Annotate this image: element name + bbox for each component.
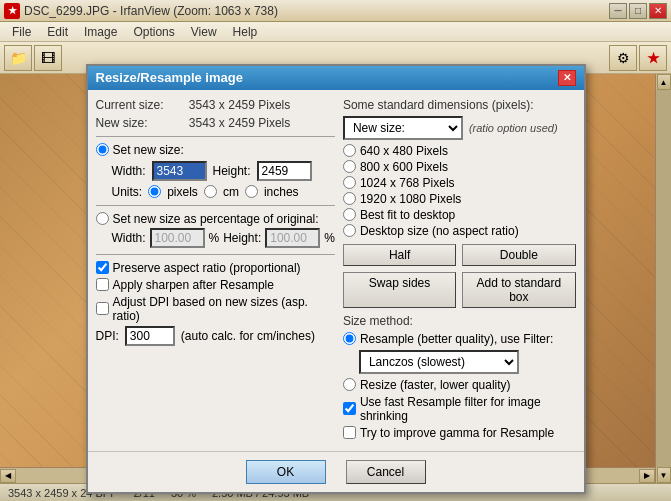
apply-sharpen-checkbox[interactable] xyxy=(96,278,109,291)
add-to-standard-box-button[interactable]: Add to standard box xyxy=(462,272,575,308)
dpi-row: DPI: (auto calc. for cm/inches) xyxy=(96,326,335,346)
pct-sign-1: % xyxy=(209,231,220,245)
separator-3 xyxy=(96,254,335,255)
set-percent-radio-row: Set new size as percentage of original: xyxy=(96,212,335,226)
units-inches-radio[interactable] xyxy=(245,185,258,198)
dim-1024-row: 1024 x 768 Pixels xyxy=(343,176,576,190)
half-button[interactable]: Half xyxy=(343,244,456,266)
width-input[interactable] xyxy=(152,161,207,181)
minimize-button[interactable]: ─ xyxy=(609,3,627,19)
new-size-dropdown[interactable]: New size: xyxy=(343,116,463,140)
adjust-dpi-row: Adjust DPI based on new sizes (asp. rati… xyxy=(96,295,335,323)
new-size-label: New size: xyxy=(96,116,186,130)
set-new-size-radio-row: Set new size: xyxy=(96,143,335,157)
close-button[interactable]: ✕ xyxy=(649,3,667,19)
gamma-row: Try to improve gamma for Resample xyxy=(343,426,576,440)
toolbar-right-icons: ⚙ ★ xyxy=(609,45,667,71)
pct-width-input[interactable] xyxy=(150,228,205,248)
title-bar: ★ DSC_6299.JPG - IrfanView (Zoom: 1063 x… xyxy=(0,0,671,22)
dim-640-label: 640 x 480 Pixels xyxy=(360,144,448,158)
height-label: Height: xyxy=(213,164,251,178)
half-double-buttons: Half Double xyxy=(343,244,576,266)
pct-height-input[interactable] xyxy=(265,228,320,248)
size-method-section: Size method: Resample (better quality), … xyxy=(343,314,576,440)
current-size-value: 3543 x 2459 Pixels xyxy=(189,98,290,112)
filter-dropdown[interactable]: Lanczos (slowest) xyxy=(359,350,519,374)
fast-resample-row: Use fast Resample filter for image shrin… xyxy=(343,395,576,423)
apply-sharpen-label: Apply sharpen after Resample xyxy=(113,278,274,292)
dim-640-row: 640 x 480 Pixels xyxy=(343,144,576,158)
dim-1920-radio[interactable] xyxy=(343,192,356,205)
ok-button[interactable]: OK xyxy=(246,460,326,484)
dialog-footer: OK Cancel xyxy=(88,451,584,492)
swap-sides-button[interactable]: Swap sides xyxy=(343,272,456,308)
resize-dialog: Resize/Resample image ✕ Current size: 35… xyxy=(86,64,586,494)
units-pixels-radio[interactable] xyxy=(148,185,161,198)
apply-sharpen-row: Apply sharpen after Resample xyxy=(96,278,335,292)
fast-resample-label: Use fast Resample filter for image shrin… xyxy=(360,395,576,423)
new-size-row: New size: 3543 x 2459 Pixels xyxy=(96,116,335,130)
resize-radio[interactable] xyxy=(343,378,356,391)
dialog-body: Current size: 3543 x 2459 Pixels New siz… xyxy=(88,90,584,451)
size-method-label: Size method: xyxy=(343,314,576,328)
dim-desktop-radio[interactable] xyxy=(343,224,356,237)
preserve-aspect-checkbox[interactable] xyxy=(96,261,109,274)
dialog-title-text: Resize/Resample image xyxy=(96,70,243,85)
menu-view[interactable]: View xyxy=(183,23,225,41)
gamma-checkbox[interactable] xyxy=(343,426,356,439)
adjust-dpi-checkbox[interactable] xyxy=(96,302,109,315)
set-new-size-radio[interactable] xyxy=(96,143,109,156)
toolbar-info[interactable]: ★ xyxy=(639,45,667,71)
adjust-dpi-label: Adjust DPI based on new sizes (asp. rati… xyxy=(113,295,335,323)
dim-best-fit-label: Best fit to desktop xyxy=(360,208,455,222)
toolbar-filmstrip[interactable]: 🎞 xyxy=(34,45,62,71)
resample-label: Resample (better quality), use Filter: xyxy=(360,332,553,346)
units-inches-label: inches xyxy=(264,185,299,199)
pct-sign-2: % xyxy=(324,231,335,245)
menu-edit[interactable]: Edit xyxy=(39,23,76,41)
menu-image[interactable]: Image xyxy=(76,23,125,41)
menu-help[interactable]: Help xyxy=(225,23,266,41)
dpi-label: DPI: xyxy=(96,329,119,343)
dim-1920-row: 1920 x 1080 Pixels xyxy=(343,192,576,206)
separator-1 xyxy=(96,136,335,137)
percent-inputs-row: Width: % Height: % xyxy=(112,228,335,248)
resample-radio[interactable] xyxy=(343,332,356,345)
resize-radio-row: Resize (faster, lower quality) xyxy=(343,378,576,392)
toolbar-open[interactable]: 📁 xyxy=(4,45,32,71)
dpi-note: (auto calc. for cm/inches) xyxy=(181,329,315,343)
dim-640-radio[interactable] xyxy=(343,144,356,157)
width-label: Width: xyxy=(112,164,146,178)
dim-800-label: 800 x 600 Pixels xyxy=(360,160,448,174)
dim-1024-radio[interactable] xyxy=(343,176,356,189)
dim-800-radio[interactable] xyxy=(343,160,356,173)
modal-overlay: Resize/Resample image ✕ Current size: 35… xyxy=(0,74,671,483)
units-pixels-label: pixels xyxy=(167,185,198,199)
pct-height-label: Height: xyxy=(223,231,261,245)
resample-radio-row: Resample (better quality), use Filter: xyxy=(343,332,576,346)
gamma-label: Try to improve gamma for Resample xyxy=(360,426,554,440)
double-button[interactable]: Double xyxy=(462,244,575,266)
maximize-button[interactable]: □ xyxy=(629,3,647,19)
menu-file[interactable]: File xyxy=(4,23,39,41)
toolbar-settings[interactable]: ⚙ xyxy=(609,45,637,71)
dim-best-fit-row: Best fit to desktop xyxy=(343,208,576,222)
menu-options[interactable]: Options xyxy=(125,23,182,41)
set-percent-radio[interactable] xyxy=(96,212,109,225)
dim-best-fit-radio[interactable] xyxy=(343,208,356,221)
app-icon: ★ xyxy=(4,3,20,19)
dpi-input[interactable] xyxy=(125,326,175,346)
units-cm-radio[interactable] xyxy=(204,185,217,198)
dropdown-row: New size: (ratio option used) xyxy=(343,116,576,140)
separator-2 xyxy=(96,205,335,206)
units-label: Units: xyxy=(112,185,143,199)
fast-resample-checkbox[interactable] xyxy=(343,402,356,415)
height-input[interactable] xyxy=(257,161,312,181)
dim-800-row: 800 x 600 Pixels xyxy=(343,160,576,174)
dialog-close-button[interactable]: ✕ xyxy=(558,70,576,86)
swap-add-buttons: Swap sides Add to standard box xyxy=(343,272,576,308)
set-new-size-radio-label: Set new size: xyxy=(113,143,184,157)
ratio-note: (ratio option used) xyxy=(469,122,558,134)
cancel-button[interactable]: Cancel xyxy=(346,460,426,484)
current-size-label: Current size: xyxy=(96,98,186,112)
